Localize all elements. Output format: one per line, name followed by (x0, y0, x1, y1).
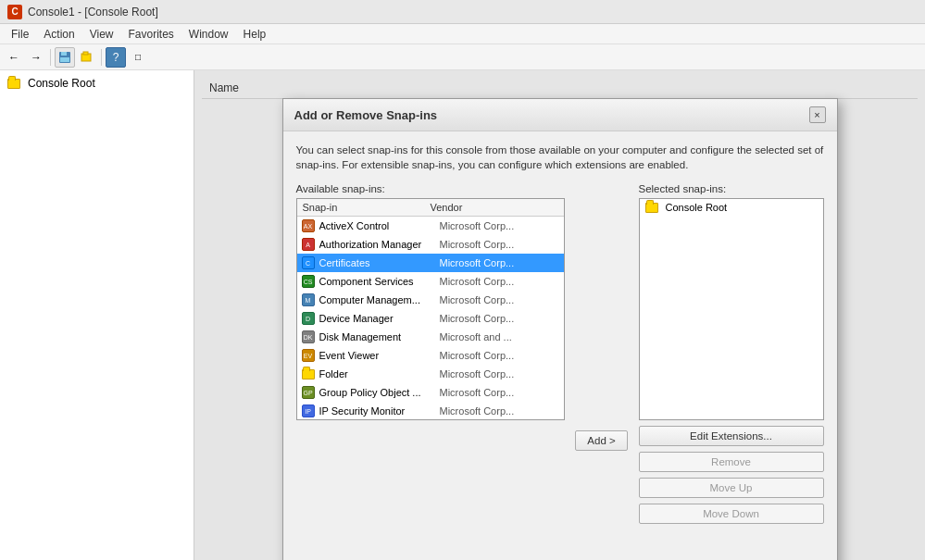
snap-in-row-4[interactable]: M Computer Managem... Microsoft Corp... (297, 291, 564, 309)
snap-in-row-6[interactable]: DK Disk Management Microsoft and ... (297, 328, 564, 346)
selected-panel: Selected snap-ins: Console Root Edit Ext… (639, 183, 824, 560)
available-snapins-list[interactable]: Snap-in Vendor AX ActiveX Control Mic (296, 198, 565, 420)
snap-in-row-0[interactable]: AX ActiveX Control Microsoft Corp... (297, 217, 564, 235)
snapin-vendor-9: Microsoft Corp... (440, 387, 560, 398)
edit-extensions-button[interactable]: Edit Extensions... (639, 426, 824, 446)
folder-icon (7, 79, 20, 89)
menu-file[interactable]: File (4, 26, 36, 43)
snapin-icon-8 (301, 367, 316, 381)
snapin-icon-10: IP (301, 404, 316, 418)
snap-in-section: Available snap-ins: Snap-in Vendor AX (296, 183, 824, 560)
back-button[interactable]: ← (4, 47, 24, 68)
title-bar: C Console1 - [Console Root] (0, 0, 925, 24)
menu-help[interactable]: Help (236, 26, 274, 43)
snapin-icon-5: D (301, 311, 316, 326)
snap-in-row-8[interactable]: Folder Microsoft Corp... (297, 365, 564, 383)
move-up-button[interactable]: Move Up (639, 478, 824, 498)
sidebar: Console Root (0, 70, 194, 560)
selected-item-label-0: Console Root (666, 202, 728, 213)
remove-button[interactable]: Remove (639, 452, 824, 472)
snapin-vendor-6: Microsoft and ... (440, 331, 560, 342)
snapin-icon-7: EV (301, 348, 316, 363)
add-button[interactable]: Add > (575, 430, 627, 451)
menu-action[interactable]: Action (36, 26, 81, 43)
snapin-vendor-0: Microsoft Corp... (440, 220, 560, 231)
snapin-icon-0: AX (301, 218, 316, 233)
snapin-vendor-7: Microsoft Corp... (440, 350, 560, 361)
snapin-name-3: Component Services (319, 276, 440, 287)
toolbar-separator-1 (50, 49, 51, 66)
snapin-name-4: Computer Managem... (319, 294, 440, 305)
dialog-description: You can select snap-ins for this console… (296, 143, 824, 172)
add-remove-snapins-dialog: Add or Remove Snap-ins × You can select … (282, 98, 838, 560)
menu-window[interactable]: Window (181, 26, 236, 43)
snapin-name-0: ActiveX Control (319, 220, 440, 231)
snapin-name-5: Device Manager (319, 313, 440, 324)
snapin-name-6: Disk Management (319, 331, 440, 342)
snapin-name-2: Certificates (319, 257, 440, 268)
open-icon (81, 51, 94, 64)
extra-button[interactable]: □ (128, 47, 148, 68)
snapin-vendor-10: Microsoft Corp... (440, 405, 560, 417)
col-header-snapin: Snap-in (303, 202, 431, 213)
snapin-icon-3: CS (301, 274, 316, 289)
move-down-button[interactable]: Move Down (639, 504, 824, 524)
snap-in-row-3[interactable]: CS Component Services Microsoft Corp... (297, 272, 564, 291)
snap-in-row-9[interactable]: GP Group Policy Object ... Microsoft Cor… (297, 383, 564, 402)
toolbar: ← → ? □ (0, 44, 925, 70)
menu-favorites[interactable]: Favorites (121, 26, 181, 43)
main-layout: Console Root Name There are no items to … (0, 70, 925, 560)
snap-in-row-5[interactable]: D Device Manager Microsoft Corp... (297, 309, 564, 328)
snapin-vendor-8: Microsoft Corp... (440, 368, 560, 380)
snapin-name-9: Group Policy Object ... (319, 387, 440, 398)
snap-in-row-10[interactable]: IP IP Security Monitor Microsoft Corp... (297, 402, 564, 420)
snapin-icon-1: A (301, 237, 316, 252)
snapin-name-8: Folder (319, 368, 440, 380)
svg-rect-4 (83, 52, 88, 55)
menu-view[interactable]: View (82, 26, 121, 43)
dialog-title: Add or Remove Snap-ins (294, 108, 438, 122)
col-header-vendor: Vendor (431, 202, 558, 213)
folder-icon-sm (302, 369, 315, 380)
selected-snapins-panel: Selected snap-ins: Console Root (639, 183, 824, 420)
snapin-vendor-4: Microsoft Corp... (440, 294, 560, 305)
list-header: Snap-in Vendor (297, 199, 564, 217)
open-button[interactable] (77, 47, 97, 68)
selected-label: Selected snap-ins: (639, 183, 824, 194)
dialog-body: You can select snap-ins for this console… (283, 131, 837, 560)
app-icon: C (7, 5, 22, 19)
snapin-vendor-2: Microsoft Corp... (440, 257, 560, 268)
right-buttons: Edit Extensions... Remove Move Up Move D… (639, 426, 824, 560)
svg-rect-2 (60, 57, 69, 62)
middle-buttons-panel: Add > (574, 183, 630, 560)
selected-snapins-list[interactable]: Console Root (639, 198, 824, 420)
forward-button[interactable]: → (26, 47, 46, 68)
snapin-name-7: Event Viewer (319, 350, 440, 361)
sidebar-item-label: Console Root (28, 77, 95, 90)
snapin-name-1: Authorization Manager (319, 239, 440, 250)
selected-item-0[interactable]: Console Root (640, 199, 823, 216)
title-bar-text: Console1 - [Console Root] (28, 6, 158, 19)
help-button[interactable]: ? (106, 47, 126, 68)
snapin-name-10: IP Security Monitor (319, 405, 440, 417)
dialog-title-bar: Add or Remove Snap-ins × (283, 99, 837, 131)
snapin-icon-4: M (301, 292, 316, 307)
svg-rect-1 (61, 52, 67, 56)
save-button[interactable] (55, 47, 75, 68)
snapin-vendor-3: Microsoft Corp... (440, 276, 560, 287)
available-label: Available snap-ins: (296, 183, 565, 194)
selected-folder-icon (645, 203, 658, 213)
menu-bar: File Action View Favorites Window Help (0, 24, 925, 44)
snapin-vendor-5: Microsoft Corp... (440, 313, 560, 324)
save-icon (58, 51, 71, 64)
sidebar-item-console-root[interactable]: Console Root (0, 74, 194, 93)
snapin-vendor-1: Microsoft Corp... (440, 239, 560, 250)
available-snapins-panel: Available snap-ins: Snap-in Vendor AX (296, 183, 565, 560)
snapin-icon-9: GP (301, 385, 316, 400)
toolbar-separator-2 (101, 49, 102, 66)
snap-in-row-7[interactable]: EV Event Viewer Microsoft Corp... (297, 346, 564, 365)
content-area: Name There are no items to show in this … (194, 70, 925, 560)
snap-in-row-1[interactable]: A Authorization Manager Microsoft Corp..… (297, 235, 564, 254)
snap-in-row-2[interactable]: C Certificates Microsoft Corp... (297, 254, 564, 272)
dialog-close-button[interactable]: × (809, 106, 826, 123)
